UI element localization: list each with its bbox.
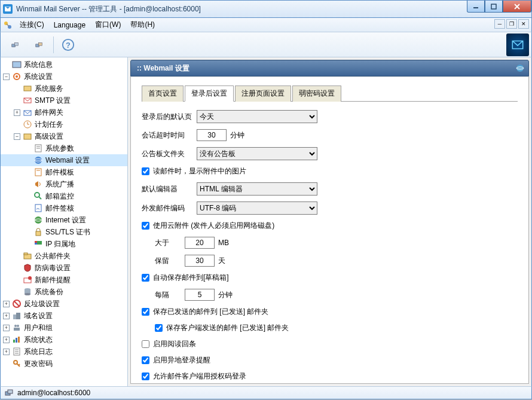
tree-system-broadcast[interactable]: 系统广播 xyxy=(1,178,127,190)
svg-point-42 xyxy=(28,276,32,280)
menu-bar: 连接(C) Language 窗口(W) 帮助(H) ─ ❐ ✕ xyxy=(0,18,532,32)
svg-rect-49 xyxy=(16,313,20,319)
tree-system-backup[interactable]: 系统备份 xyxy=(1,286,127,298)
tree-mail-signature[interactable]: 邮件签核 xyxy=(1,202,127,214)
tree-system-logs[interactable]: +系统日志 xyxy=(1,346,127,358)
autosave-checkbox[interactable] xyxy=(142,274,149,282)
session-timeout-label: 会话超时时间 xyxy=(142,130,197,141)
tab-after-login[interactable]: 登录后设置 xyxy=(185,86,234,102)
toolbar-separator xyxy=(53,36,54,53)
tree-ip-location[interactable]: IP 归属地 xyxy=(1,238,127,250)
svg-rect-52 xyxy=(14,328,20,331)
tree-users-groups[interactable]: +用户和组 xyxy=(1,322,127,334)
keep-input[interactable] xyxy=(185,255,215,267)
autosave-interval-label: 每隔 xyxy=(155,290,185,300)
cloud-attach-checkbox[interactable] xyxy=(142,222,149,230)
content-title: :: Webmail 设置 xyxy=(137,63,189,74)
minimize-button[interactable] xyxy=(467,1,485,13)
tab-register[interactable]: 注册页面设置 xyxy=(235,86,291,102)
tool-server2-button[interactable] xyxy=(29,35,48,54)
tree-system-info[interactable]: 系统信息 xyxy=(1,59,127,71)
tree-public-folders[interactable]: 公共邮件夹 xyxy=(1,250,127,262)
tree-system-status[interactable]: +系统状态 xyxy=(1,334,127,346)
outgoing-encoding-select[interactable]: UTF-8 编码 xyxy=(197,201,317,215)
mdi-restore-button[interactable]: ❐ xyxy=(506,19,517,29)
tree-domain-settings[interactable]: +域名设置 xyxy=(1,310,127,322)
tree-mail-gateway[interactable]: +邮件网关 xyxy=(1,106,127,118)
save-sent-checkbox[interactable] xyxy=(142,308,149,316)
maximize-button[interactable] xyxy=(485,1,503,13)
autosave-interval-input[interactable] xyxy=(185,289,215,301)
connect-icon xyxy=(3,20,13,30)
svg-point-31 xyxy=(35,193,39,197)
tree-advanced-settings[interactable]: −高级设置 xyxy=(1,130,127,142)
tree-system-service[interactable]: 系统服务 xyxy=(1,83,127,94)
tree-system-settings[interactable]: −系统设置 xyxy=(1,71,127,83)
greater-than-input[interactable] xyxy=(185,237,215,249)
collapse-icon[interactable]: − xyxy=(3,74,10,80)
show-images-checkbox[interactable] xyxy=(142,167,149,175)
svg-rect-67 xyxy=(8,390,13,393)
keep-label: 保留 xyxy=(155,256,185,266)
svg-rect-48 xyxy=(13,314,16,319)
default-page-select[interactable]: 今天 xyxy=(197,110,317,123)
tree-change-password[interactable]: 更改密码 xyxy=(1,358,127,370)
menu-connect[interactable]: 连接(C) xyxy=(15,18,49,32)
tree-mailbox-monitor[interactable]: 邮箱监控 xyxy=(1,190,127,202)
read-receipt-checkbox[interactable] xyxy=(142,340,149,348)
toolbar: ? xyxy=(0,32,532,57)
remote-login-alert-label: 启用异地登录提醒 xyxy=(153,355,210,365)
window-title: Winmail Mail Server -- 管理工具 - [admin@loc… xyxy=(16,4,201,14)
tree-new-mail-alert[interactable]: 新邮件提醒 xyxy=(1,274,127,286)
tab-weak-password[interactable]: 弱密码设置 xyxy=(292,86,341,102)
svg-rect-10 xyxy=(38,42,42,45)
expand-icon[interactable]: + xyxy=(3,313,10,319)
tree-scheduled-tasks[interactable]: 计划任务 xyxy=(1,118,127,130)
svg-rect-38 xyxy=(37,241,42,245)
tree-system-params[interactable]: 系统参数 xyxy=(1,142,127,154)
default-editor-select[interactable]: HTML 编辑器 xyxy=(197,182,317,196)
svg-rect-35 xyxy=(36,231,41,236)
bulletin-select[interactable]: 没有公告板 xyxy=(197,147,317,160)
svg-rect-16 xyxy=(24,86,31,91)
collapse-icon[interactable]: − xyxy=(14,133,20,140)
svg-rect-33 xyxy=(35,204,41,212)
expand-icon[interactable]: + xyxy=(3,301,10,307)
tree-smtp-settings[interactable]: SMTP 设置 xyxy=(1,94,127,106)
expand-icon[interactable]: + xyxy=(3,337,10,343)
mdi-minimize-button[interactable]: ─ xyxy=(494,19,505,29)
tool-server1-button[interactable] xyxy=(5,35,25,54)
allow-auth-code-checkbox[interactable] xyxy=(142,372,149,380)
days-unit: 天 xyxy=(218,256,225,266)
remote-login-alert-checkbox[interactable] xyxy=(142,356,149,364)
menu-help[interactable]: 帮助(H) xyxy=(126,18,160,32)
app-icon xyxy=(3,4,13,14)
tree-ssl-cert[interactable]: SSL/TLS 证书 xyxy=(1,226,127,238)
tree-antivirus[interactable]: 防病毒设置 xyxy=(1,262,127,274)
tab-home[interactable]: 首页设置 xyxy=(142,86,184,102)
menu-language[interactable]: Language xyxy=(49,19,90,31)
mdi-close-button[interactable]: ✕ xyxy=(518,19,529,29)
svg-line-6 xyxy=(7,24,9,26)
svg-rect-55 xyxy=(18,337,20,343)
svg-rect-37 xyxy=(35,243,37,245)
save-client-sent-checkbox[interactable] xyxy=(155,324,163,332)
expand-icon[interactable]: + xyxy=(3,349,10,355)
expand-icon[interactable]: + xyxy=(3,325,10,331)
close-button[interactable] xyxy=(503,1,531,13)
expand-icon[interactable]: + xyxy=(14,109,20,116)
svg-point-45 xyxy=(25,293,30,295)
default-editor-label: 默认编辑器 xyxy=(142,184,197,194)
autosave-label: 自动保存邮件到[草稿箱] xyxy=(153,273,229,283)
tree-webmail-settings[interactable]: Webmail 设置 xyxy=(1,154,127,166)
title-bar: Winmail Mail Server -- 管理工具 - [admin@loc… xyxy=(0,0,532,18)
tree-mail-template[interactable]: 邮件模板 xyxy=(1,166,127,178)
brand-logo-icon xyxy=(506,33,529,56)
tree-antispam[interactable]: +反垃圾设置 xyxy=(1,298,127,310)
session-timeout-input[interactable] xyxy=(197,129,227,141)
svg-point-51 xyxy=(17,325,19,327)
svg-rect-36 xyxy=(35,241,37,243)
menu-window[interactable]: 窗口(W) xyxy=(90,18,126,32)
tree-internet-settings[interactable]: Internet 设置 xyxy=(1,214,127,226)
tool-help-button[interactable]: ? xyxy=(59,35,78,54)
